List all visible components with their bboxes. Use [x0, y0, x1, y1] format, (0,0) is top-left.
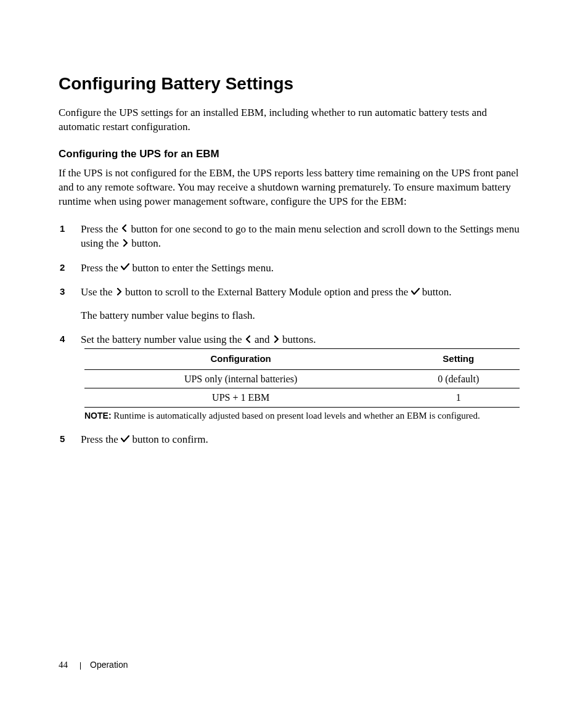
- steps-list: Press the button for one second to go to…: [60, 223, 529, 448]
- note-text: Runtime is automatically adjusted based …: [112, 411, 480, 421]
- step-4: Set the battery number value using the a…: [60, 333, 529, 422]
- step-5: Press the button to confirm.: [60, 433, 529, 448]
- left-chevron-icon: [121, 222, 128, 236]
- step-3-subtext: The battery number value begins to flash…: [81, 309, 529, 323]
- check-icon: [411, 285, 420, 300]
- table-header-setting: Setting: [397, 349, 520, 369]
- footer-separator: [80, 662, 81, 670]
- right-chevron-icon: [115, 285, 123, 300]
- note: NOTE: Runtime is automatically adjusted …: [84, 410, 529, 422]
- left-chevron-icon: [245, 333, 252, 347]
- table-cell: UPS + 1 EBM: [84, 388, 397, 408]
- step-1-text-a: Press the: [81, 223, 121, 235]
- step-3-text-c: button.: [420, 286, 452, 298]
- right-chevron-icon: [121, 237, 129, 251]
- step-2-text-b: button to enter the Settings menu.: [129, 262, 274, 274]
- step-1: Press the button for one second to go to…: [60, 223, 529, 252]
- section-intro: If the UPS is not configured for the EBM…: [59, 166, 529, 209]
- table-cell: 1: [397, 388, 520, 408]
- page-heading: Configuring Battery Settings: [59, 74, 529, 94]
- step-4-text-c: buttons.: [280, 334, 316, 345]
- page-footer: 44 Operation: [59, 660, 128, 670]
- footer-section-name: Operation: [90, 660, 128, 670]
- step-4-text-a: Set the battery number value using the: [81, 334, 245, 345]
- intro-paragraph: Configure the UPS settings for an instal…: [59, 106, 529, 134]
- step-5-text-a: Press the: [81, 433, 121, 445]
- step-2: Press the button to enter the Settings m…: [60, 261, 529, 276]
- step-2-text-a: Press the: [81, 262, 121, 274]
- right-chevron-icon: [272, 333, 280, 347]
- table-cell: UPS only (internal batteries): [84, 369, 397, 388]
- table-row: UPS only (internal batteries) 0 (default…: [84, 369, 520, 388]
- step-3-text-a: Use the: [81, 286, 115, 298]
- step-1-text-c: button.: [129, 237, 161, 249]
- step-3-text-b: button to scroll to the External Battery…: [123, 286, 411, 298]
- step-3: Use the button to scroll to the External…: [60, 285, 529, 323]
- section-heading: Configuring the UPS for an EBM: [59, 148, 529, 160]
- note-label: NOTE:: [84, 411, 112, 421]
- config-table: Configuration Setting UPS only (internal…: [84, 348, 520, 407]
- table-row: UPS + 1 EBM 1: [84, 388, 520, 408]
- page-number: 44: [59, 660, 68, 670]
- table-cell: 0 (default): [397, 369, 520, 388]
- check-icon: [121, 433, 129, 447]
- step-4-text-b: and: [252, 334, 272, 345]
- table-header-configuration: Configuration: [84, 349, 397, 369]
- step-5-text-b: button to confirm.: [129, 433, 208, 445]
- check-icon: [121, 261, 129, 275]
